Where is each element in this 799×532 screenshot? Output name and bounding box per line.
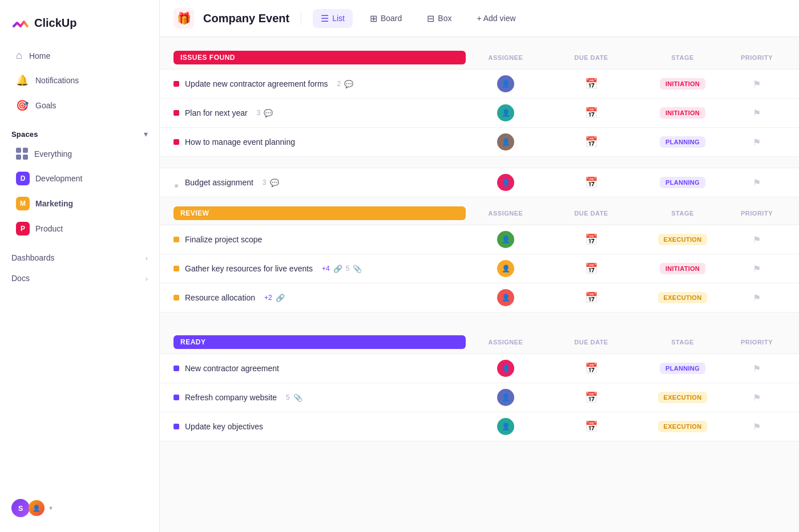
task-row[interactable]: Gather key resources for live events +4 … [160, 254, 799, 283]
clickup-logo-icon [11, 14, 30, 32]
sidebar-nav-goals[interactable]: 🎯 Goals [5, 94, 155, 117]
group-review: REVIEW ASSIGNEE DUE DATE STAGE PRIORITY … [160, 202, 799, 312]
date-cell[interactable]: 📅 [546, 420, 637, 433]
calendar-icon: 📅 [585, 291, 598, 304]
chevron-down-icon[interactable]: ▾ [144, 129, 148, 139]
avatar-primary: S [11, 499, 30, 517]
sidebar-nav-home[interactable]: ⌂ Home [5, 44, 155, 67]
sidebar-item-everything[interactable]: Everything [5, 143, 155, 165]
task-row[interactable]: Finalize project scope 👤 📅 EXECUTION ⚑ [160, 225, 799, 254]
task-name-cell: How to manage event planning [173, 137, 466, 147]
list-icon: ☰ [321, 13, 329, 24]
date-cell[interactable]: 📅 [546, 362, 637, 375]
date-cell[interactable]: 📅 [546, 233, 637, 246]
priority-cell: ⚑ [728, 293, 785, 303]
date-cell[interactable]: 📅 [546, 107, 637, 119]
avatar-secondary: 👤 [29, 500, 45, 516]
assignee-cell: 👤 [466, 75, 546, 92]
chevron-right-icon: › [146, 254, 148, 262]
task-row[interactable]: New contractor agreement 👤 📅 PLANNING ⚑ [160, 354, 799, 383]
sidebar-item-docs[interactable]: Docs › [5, 269, 155, 288]
task-name: Resource allocation [185, 293, 255, 302]
task-row[interactable]: Update key objectives 👤 📅 EXECUTION ⚑ [160, 412, 799, 441]
avatar: 👤 [497, 231, 514, 248]
docs-label: Docs [11, 274, 30, 283]
task-row[interactable]: Refresh company website 5 📎 👤 📅 EXECUTIO… [160, 383, 799, 412]
col-stage-1: STAGE [637, 54, 728, 61]
task-dot [173, 366, 179, 371]
date-cell[interactable]: 📅 [546, 291, 637, 304]
link-icon: 🔗 [276, 294, 285, 302]
tab-board[interactable]: ⊞ Board [362, 9, 410, 28]
priority-cell: ⚑ [728, 421, 785, 432]
caret-icon: ▾ [49, 504, 53, 512]
group-ready-header: READY ASSIGNEE DUE DATE STAGE PRIORITY [160, 331, 799, 354]
chevron-right-icon-2: › [146, 274, 148, 283]
task-name-cell: New contractor agreement [173, 364, 466, 373]
flag-icon: ⚑ [753, 363, 761, 374]
board-icon: ⊞ [370, 13, 377, 24]
tab-list[interactable]: ☰ List [313, 9, 353, 28]
page-header: 🎁 Company Event ☰ List ⊞ Board ⊟ Box + A… [160, 0, 799, 37]
tab-box[interactable]: ⊟ Box [419, 9, 459, 28]
assignee-cell: 👤 [466, 389, 546, 406]
priority-cell: ⚑ [728, 79, 785, 90]
extra-count: +2 [264, 294, 272, 302]
group-issues-label: ISSUES FOUND [173, 51, 466, 64]
date-cell[interactable]: 📅 [546, 262, 637, 275]
spacer [160, 157, 799, 168]
col-assignee-2: ASSIGNEE [466, 210, 546, 217]
goals-icon: 🎯 [16, 99, 29, 112]
task-dot [173, 424, 179, 429]
task-name: Update new contractor agreement forms [185, 79, 328, 88]
task-meta: 2 💬 [337, 80, 354, 88]
task-count: 5 [346, 265, 350, 273]
priority-cell: ⚑ [728, 234, 785, 245]
date-cell[interactable]: 📅 [546, 136, 637, 148]
task-meta: 3 💬 [257, 109, 273, 117]
sidebar-item-product[interactable]: P Product [5, 217, 155, 241]
task-count: 5 [286, 393, 290, 401]
date-cell[interactable]: 📅 [546, 78, 637, 90]
task-row[interactable]: Plan for next year 3 💬 👤 📅 INITIATION ⚑ [160, 99, 799, 128]
flag-icon: ⚑ [753, 293, 761, 303]
user-section[interactable]: S 👤 ▾ [5, 493, 155, 523]
sidebar-item-development[interactable]: D Development [5, 166, 155, 190]
task-row[interactable]: How to manage event planning 👤 📅 PLANNIN… [160, 128, 799, 157]
date-cell[interactable]: 📅 [546, 391, 637, 404]
task-row[interactable]: Budget assignment 3 💬 👤 📅 PLANNING ⚑ [160, 168, 799, 197]
flag-icon: ⚑ [753, 177, 761, 188]
date-cell[interactable]: 📅 [546, 176, 637, 189]
group-issues-header: ISSUES FOUND ASSIGNEE DUE DATE STAGE PRI… [160, 46, 799, 70]
task-dot [173, 266, 179, 271]
stage-cell: EXECUTION [637, 234, 728, 245]
task-row[interactable]: Resource allocation +2 🔗 👤 📅 EXECUTION [160, 283, 799, 312]
col-duedate-2: DUE DATE [546, 210, 637, 217]
avatar: 👤 [497, 360, 514, 377]
group-review-header: REVIEW ASSIGNEE DUE DATE STAGE PRIORITY [160, 202, 799, 225]
task-dot [173, 81, 179, 87]
sidebar-nav-notifications[interactable]: 🔔 Notifications [5, 68, 155, 92]
assignee-cell: 👤 [466, 104, 546, 121]
task-list-content: ISSUES FOUND ASSIGNEE DUE DATE STAGE PRI… [160, 37, 799, 532]
task-name-cell: Update key objectives [173, 422, 466, 431]
flag-icon: ⚑ [753, 392, 761, 403]
col-assignee-3: ASSIGNEE [466, 339, 546, 346]
flag-icon: ⚑ [753, 263, 761, 274]
priority-cell: ⚑ [728, 392, 785, 403]
spaces-section-header: Spaces ▾ [0, 123, 159, 142]
project-title: Company Event [203, 12, 289, 25]
add-view-button[interactable]: + Add view [469, 10, 523, 27]
col-assignee-1: ASSIGNEE [466, 54, 546, 61]
sidebar-item-marketing[interactable]: M Marketing [5, 192, 155, 216]
task-dot [173, 395, 179, 400]
nav-notifications-label: Notifications [35, 76, 79, 85]
assignee-cell: 👤 [466, 418, 546, 435]
task-name-cell: Budget assignment 3 💬 [173, 178, 466, 187]
assignee-cell: 👤 [466, 231, 546, 248]
attachment-icon: 📎 [353, 265, 362, 273]
task-name: Plan for next year [185, 108, 248, 117]
sidebar-item-dashboards[interactable]: Dashboards › [5, 248, 155, 267]
stage-cell: INITIATION [637, 78, 728, 90]
task-row[interactable]: Update new contractor agreement forms 2 … [160, 70, 799, 99]
